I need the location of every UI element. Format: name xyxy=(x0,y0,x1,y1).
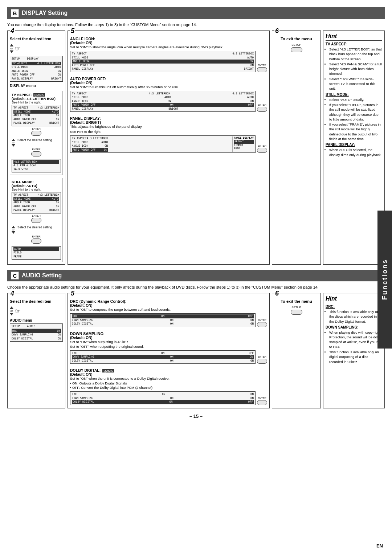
panel-display-title: PANEL DISPLAY: xyxy=(70,116,267,121)
dolby-digital-title: DOLBY DIGITAL: QUICK xyxy=(70,368,267,372)
dolby-digital-desc: Set to "ON" when the unit is connected t… xyxy=(70,376,267,380)
section-b-badge: B xyxy=(11,9,19,17)
quick-badge-2: QUICK xyxy=(102,369,114,372)
quick-badge-1: QUICK xyxy=(33,93,45,97)
display-setting-header: B DISPLAY Setting xyxy=(7,7,385,19)
select-desired-text-2: Select the desired setting xyxy=(17,225,52,229)
display-step5-box: 5 ANGLE ICON: (Default: ON) Set to "ON" … xyxy=(68,30,270,265)
panel-display-hint: See Hint to the right. xyxy=(70,130,267,134)
hint-panel-display-title: PANEL DISPLAY: xyxy=(326,143,382,147)
display-menu-label: DISPLAY menu xyxy=(10,84,63,88)
display-menu-display: SETUP DISPLAY TV ASPECT4:3 LETTER BOX ST… xyxy=(10,56,63,82)
tv-aspect-label: TV ASPECT: QUICK xyxy=(12,93,61,97)
display-step4-title: Select the desired item xyxy=(10,37,63,41)
enter-btn-2-wrap: ENTER xyxy=(12,148,61,158)
drc-desc: Set to "ON" to compress the range betwee… xyxy=(70,307,267,311)
auto-power-off-display: TV ASPECT4:3 LETTERBOX4:3 LETTERBOX STIL… xyxy=(70,91,256,112)
audio-menu-display: SETUP AUDIO DRCON DOWN SAMPLINGON DOLBY … xyxy=(10,323,63,342)
enter-btn-6 xyxy=(257,107,267,112)
dolby-digital-default: (Default: ON) xyxy=(70,372,267,376)
functions-sidebar: Functions xyxy=(377,211,392,349)
auto-power-off-title: AUTO POWER OFF: xyxy=(70,77,267,81)
display-step4-number: 4 xyxy=(10,27,15,35)
setup-btn-1 xyxy=(291,47,302,52)
down-sampling-desc1: Set to "ON" when outputting in 48 kHz. xyxy=(70,340,267,344)
audio-section-desc: Choose the appropriate audio settings fo… xyxy=(7,285,385,289)
audio-step5-number: 5 xyxy=(70,290,75,297)
enter-btn-4-wrap: ENTER xyxy=(12,235,61,245)
display-step6-box: 6 To exit the menu SETUP xyxy=(272,30,321,265)
audio-setting-header: C AUDIO Setting xyxy=(7,270,385,281)
audio-hint-box: Hint DRC: This function is available onl… xyxy=(323,293,385,408)
still-mode-display-1: TV ASPECT4:3 LETTERBOX STILL MODEAUTO AN… xyxy=(12,192,61,213)
enter-btn-10 xyxy=(257,400,267,405)
display-hint-box: Hint TV ASPECT: Select "4:3 LETTER BOX",… xyxy=(323,30,385,265)
enter-btn-8-col: ENTER xyxy=(257,319,267,328)
down-sampling-desc2: Set to "OFF" when outputting the origina… xyxy=(70,345,267,349)
auto-power-off-default: (Default: ON) xyxy=(70,81,267,85)
or-text-1: or xyxy=(10,47,13,50)
enter-btn-7-col: ENTER xyxy=(257,144,267,154)
setup-btn-2 xyxy=(291,310,302,315)
enter-btn-10-col: ENTER xyxy=(257,397,267,406)
dolby-digital-display: DRCONON DOWN SAMPLINGONON DOLBY DIGITALO… xyxy=(70,391,256,405)
enter-btn-1-wrap: ENTER xyxy=(12,127,61,137)
down-sampling-title: DOWN SAMPLING: xyxy=(70,331,267,336)
drc-title: DRC (Dynamic Range Control): xyxy=(70,299,267,304)
enter-btn-6-col: ENTER xyxy=(257,103,267,113)
tv-aspect-hint-ref: See Hint to the right. xyxy=(12,101,61,104)
audio-step5-box: 5 DRC (Dynamic Range Control): (Default:… xyxy=(68,293,270,408)
hint-panel-display-text: When AUTO is selected, the display dims … xyxy=(326,147,382,157)
audio-exit-step: To exit the menu SETUP xyxy=(274,296,318,315)
hand-icon-1: ☞ xyxy=(15,45,21,53)
auto-power-off-desc: Set to "ON" to turn this unit off automa… xyxy=(70,85,267,89)
hint-tv-aspect-text: Select "4:3 LETTER BOX", so that black b… xyxy=(326,47,382,91)
enter-btn-5 xyxy=(257,67,267,72)
display-step5-number: 5 xyxy=(70,27,75,35)
enter-btn-5-col: ENTER xyxy=(257,64,267,73)
audio-step4-box: 4 Select the desired item or ☞ AUDIO men… xyxy=(7,293,65,408)
display-exit-label: To exit the menu xyxy=(281,37,312,41)
still-mode-label: STILL MODE: xyxy=(12,180,61,184)
drc-display: DRCONOFF DOWN SAMPLINGONON DOLBY DIGITAL… xyxy=(70,313,256,327)
audio-hint-title: Hint xyxy=(326,296,382,303)
hint-down-sampling-text: When playing disc with copy-right Protec… xyxy=(326,330,382,364)
panel-display-default: (Default: BRIGHT) xyxy=(70,121,267,125)
audio-step6-number: 6 xyxy=(274,290,279,297)
down-sampling-default: (Default: ON) xyxy=(70,336,267,340)
enter-btn-7 xyxy=(257,148,267,153)
audio-step4-number: 4 xyxy=(10,290,15,297)
audio-step6-box: 6 To exit the menu SETUP xyxy=(272,293,321,408)
panel-display-display: TV ASPECT4:3 LETTERBOX STILL MODEAUTO AN… xyxy=(70,135,256,153)
enter-btn-4 xyxy=(31,239,41,244)
display-section-desc: You can change the display functions. Fo… xyxy=(7,23,385,27)
enter-btn-9-col: ENTER xyxy=(257,355,267,364)
hint-tv-aspect-title: TV ASPECT: xyxy=(326,42,382,46)
angle-icon-display: TV ASPECT4:3 LETTERBOX STILL MODEAUTO AN… xyxy=(70,51,256,72)
angle-icon-desc: Set to "ON" to show the angle icon when … xyxy=(70,45,267,49)
hint-drc-title: DRC: xyxy=(326,305,382,309)
page-number: – 15 – xyxy=(7,414,385,419)
select-desired-text-1: Select the desired setting xyxy=(17,138,52,142)
audio-setting-title: AUDIO Setting xyxy=(22,272,62,279)
hint-down-sampling-title: DOWN SAMPLING: xyxy=(326,325,382,329)
display-hint-title: Hint xyxy=(326,33,382,41)
enter-btn-8 xyxy=(257,322,267,327)
display-step6-number: 6 xyxy=(274,27,279,35)
tv-aspect-choices: 4:3 LETTER BOX 4:3 PAN & SCAN 16:9 WIDE xyxy=(12,159,61,173)
tv-aspect-default: (Default: 4:3 LETTER BOX) xyxy=(12,97,61,101)
angle-icon-title: ANGLE ICON: xyxy=(70,37,267,41)
hint-still-mode-text: Select "AUTO" usually. If you select "FI… xyxy=(326,97,382,142)
display-setting-title: DISPLAY Setting xyxy=(22,10,68,16)
display-step4-box: 4 Select the desired item or ☞ SETUP DIS… xyxy=(7,30,65,265)
enter-btn-2 xyxy=(31,151,41,156)
panel-display-desc: This adjusts the brightness of the panel… xyxy=(70,125,267,129)
hint-still-mode-title: STILL MODE: xyxy=(326,93,382,97)
tv-aspect-display-1: TV ASPECT4:3 LETTERBOX STILL MODEAUTO AN… xyxy=(12,105,61,126)
en-label: EN xyxy=(376,543,383,549)
drc-default: (Default: ON) xyxy=(70,304,267,307)
audio-menu-label: AUDIO menu xyxy=(10,318,63,322)
still-mode-hint: See Hint to the right. xyxy=(12,188,61,191)
audio-exit-label: To exit the menu xyxy=(281,299,312,304)
display-exit-step: To exit the menu SETUP xyxy=(274,33,318,53)
